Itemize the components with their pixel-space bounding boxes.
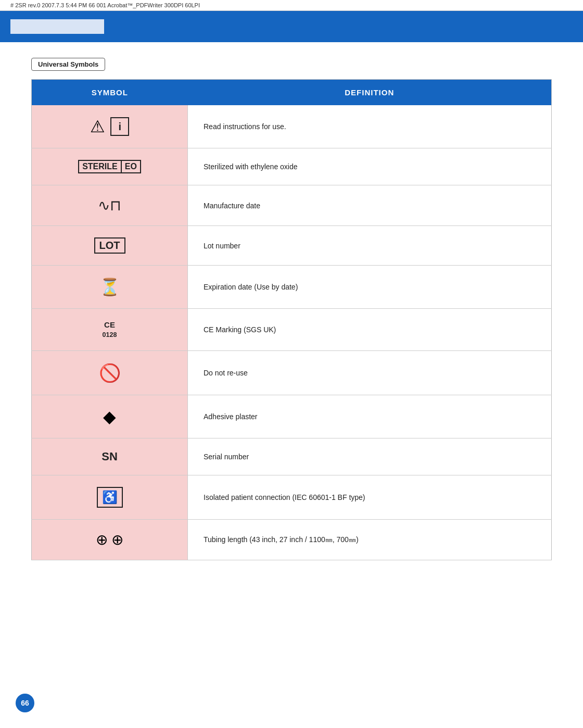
tubing-length-icon: ⊕ ⊕ [96, 532, 124, 548]
definition-cell: Manufacture date [188, 185, 552, 226]
expiry-icon: ⏳ [99, 278, 120, 296]
definition-cell: Do not re‑use [188, 351, 552, 395]
definition-cell: Sterilized with ethylene oxide [188, 148, 552, 185]
symbol-cell: ⊕ ⊕ [32, 520, 188, 560]
table-row: SNSerial number [32, 438, 552, 475]
symbol-cell: ∿⊓ [32, 185, 188, 226]
table-row: 🚫Do not re‑use [32, 351, 552, 395]
definition-cell: Isolated patient connection (IEC 60601‑1… [188, 475, 552, 520]
info-box-icon: i [110, 117, 129, 136]
meta-line: # 2SR rev.0 2007.7.3 5:44 PM 66 001 Acro… [10, 2, 200, 8]
ce-marking-icon: CE0128 [103, 320, 117, 338]
table-row: ◆Adhesive plaster [32, 395, 552, 438]
symbol-cell: ⏳ [32, 266, 188, 309]
warning-triangle-icon: ⚠ [90, 117, 105, 136]
table-row: ⏳Expiration date (Use by date) [32, 266, 552, 309]
table-row: CE0128CE Marking (SGS UK) [32, 309, 552, 351]
header-bar [0, 11, 583, 42]
table-row: ⊕ ⊕Tubing length (43 inch, 27 inch / 110… [32, 520, 552, 560]
table-row: STERILEEOSterilized with ethylene oxide [32, 148, 552, 185]
patient-connection-icon: ♿ [97, 487, 123, 508]
table-header-row: SYMBOL DEFINITION [32, 80, 552, 106]
symbol-cell: LOT [32, 226, 188, 266]
lot-icon: LOT [94, 237, 125, 254]
serial-number-icon: SN [102, 450, 118, 463]
column-header-definition: DEFINITION [188, 80, 552, 106]
sterile-eo-icon: STERILEEO [78, 160, 141, 173]
definition-cell: Serial number [188, 438, 552, 475]
table-row: ∿⊓Manufacture date [32, 185, 552, 226]
main-content: Universal Symbols SYMBOL DEFINITION ⚠ iR… [0, 42, 583, 560]
table-row: LOTLot number [32, 226, 552, 266]
top-metadata: # 2SR rev.0 2007.7.3 5:44 PM 66 001 Acro… [0, 0, 583, 11]
definition-cell: Tubing length (43 inch, 27 inch / 1100㎜,… [188, 520, 552, 560]
table-row: ♿Isolated patient connection (IEC 60601‑… [32, 475, 552, 520]
adhesive-icon: ◆ [103, 407, 116, 426]
symbol-cell: SN [32, 438, 188, 475]
symbol-cell: ♿ [32, 475, 188, 520]
symbol-cell: STERILEEO [32, 148, 188, 185]
symbol-cell: CE0128 [32, 309, 188, 351]
symbol-cell: ◆ [32, 395, 188, 438]
definition-cell: Read instructions for use. [188, 105, 552, 148]
header-label-box [10, 19, 104, 34]
definition-cell: Lot number [188, 226, 552, 266]
definition-cell: Expiration date (Use by date) [188, 266, 552, 309]
symbol-cell: ⚠ i [32, 105, 188, 148]
no-reuse-icon: 🚫 [99, 363, 121, 383]
symbols-table: SYMBOL DEFINITION ⚠ iRead instructions f… [31, 79, 552, 560]
universal-symbols-badge: Universal Symbols [31, 58, 105, 71]
symbol-cell: 🚫 [32, 351, 188, 395]
table-row: ⚠ iRead instructions for use. [32, 105, 552, 148]
page-number: 66 [16, 694, 34, 712]
definition-cell: CE Marking (SGS UK) [188, 309, 552, 351]
manufacture-date-icon: ∿⊓ [98, 197, 121, 214]
column-header-symbol: SYMBOL [32, 80, 188, 106]
definition-cell: Adhesive plaster [188, 395, 552, 438]
